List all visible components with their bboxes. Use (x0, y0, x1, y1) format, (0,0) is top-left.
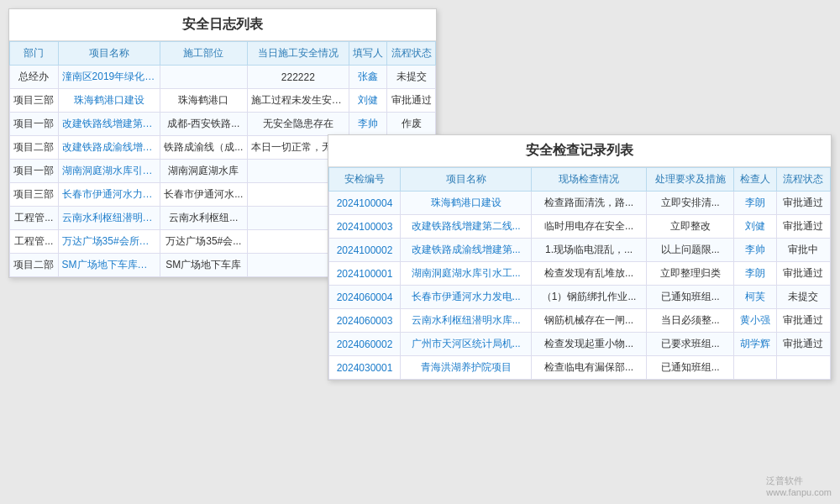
table-cell[interactable]: 2024100004 (329, 192, 401, 215)
table-cell: 作废 (387, 113, 436, 136)
table-cell: 已通知班组... (646, 286, 733, 309)
table-row: 2024100003改建铁路线增建第二线...临时用电存在安全...立即整改刘健… (329, 215, 831, 239)
col-situation: 当日施工安全情况 (247, 42, 349, 66)
table-cell: 项目三部 (10, 183, 59, 207)
table-row: 2024030001青海洪湖养护院项目检查临电有漏保部...已通知班组... (329, 356, 831, 380)
table-cell: 立即安排清... (646, 192, 733, 215)
col-status: 流程状态 (776, 168, 830, 192)
table-cell[interactable]: 2024060004 (329, 286, 401, 309)
table-cell: 已通知班组... (646, 356, 733, 380)
table-cell[interactable]: 李帅 (734, 239, 777, 262)
table-row: 2024060003云南水利枢纽潜明水库...钢筋机械存在一闸...当日必须整.… (329, 309, 831, 333)
table-cell[interactable]: 刘健 (349, 89, 386, 113)
table-cell: 钢筋机械存在一闸... (532, 309, 647, 333)
table-cell: 珠海鹤港口 (160, 89, 247, 113)
table-cell (776, 356, 830, 380)
table-cell: 审批通过 (776, 215, 830, 239)
table-cell: 检查发现起重小物... (532, 333, 647, 356)
table-cell[interactable]: 李朗 (734, 262, 777, 286)
table-cell[interactable]: 云南水利枢纽潜明水库... (401, 309, 532, 333)
table-cell[interactable]: 万达广场35#会所及咖啡... (58, 230, 160, 254)
table-cell: 检查发现有乱堆放... (532, 262, 647, 286)
table-cell: 审批通过 (776, 309, 830, 333)
table-cell[interactable]: 2024100002 (329, 239, 401, 262)
table-cell[interactable]: 潼南区2019年绿化补贴项... (58, 66, 160, 89)
table-cell[interactable]: 2024030001 (329, 356, 401, 380)
table-cell[interactable]: 改建铁路线增建第二线... (401, 215, 532, 239)
table-cell: 工程管... (10, 230, 59, 254)
col-inspector: 检查人 (734, 168, 777, 192)
table-cell: 1.现场临电混乱，... (532, 239, 647, 262)
table-cell: 未提交 (387, 66, 436, 89)
table-cell[interactable]: 胡学辉 (734, 333, 777, 356)
table-cell[interactable]: 湖南洞庭湖水库引水工... (401, 262, 532, 286)
table-cell[interactable]: 张鑫 (349, 66, 386, 89)
table-cell[interactable]: 2024100001 (329, 262, 401, 286)
table-row: 2024060004长春市伊通河水力发电...（1）钢筋绑扎作业...已通知班组… (329, 286, 831, 309)
table-cell[interactable]: 改建铁路成渝线增建第... (401, 239, 532, 262)
safety-log-title: 安全日志列表 (9, 9, 436, 41)
table-cell[interactable]: 长春市伊通河水力发电厂... (58, 183, 160, 207)
table-cell[interactable]: 黄小强 (734, 309, 777, 333)
table-cell: 施工过程未发生安全事故... (247, 89, 349, 113)
table-cell: SM广场地下车库 (160, 254, 247, 277)
table-cell: 检查路面清洗，路... (532, 192, 647, 215)
table-row: 2024060002广州市天河区统计局机...检查发现起重小物...已要求班组.… (329, 333, 831, 356)
table-cell[interactable]: 湖南洞庭湖水库引水工程... (58, 160, 160, 183)
table-cell: 222222 (247, 66, 349, 89)
table-cell: 工程管... (10, 207, 59, 230)
col-author: 填写人 (349, 42, 386, 66)
table-cell[interactable]: 2024100003 (329, 215, 401, 239)
table-cell: 审批通过 (776, 192, 830, 215)
col-dept: 部门 (10, 42, 59, 66)
col-project: 项目名称 (58, 42, 160, 66)
table-cell[interactable]: 珠海鹤港口建设 (401, 192, 532, 215)
watermark-line2: www.fanpu.com (766, 487, 832, 497)
watermark-line1: 泛普软件 (766, 475, 832, 487)
table-row: 项目三部珠海鹤港口建设珠海鹤港口施工过程未发生安全事故...刘健审批通过 (10, 89, 436, 113)
col-id: 安检编号 (329, 168, 401, 192)
table-cell: 成都-西安铁路... (160, 113, 247, 136)
table-row: 2024100002改建铁路成渝线增建第...1.现场临电混乱，...以上问题限… (329, 239, 831, 262)
table-cell[interactable]: 柯芙 (734, 286, 777, 309)
table-cell: 项目二部 (10, 136, 59, 160)
main-container: 安全日志列表 部门 项目名称 施工部位 当日施工安全情况 填写人 流程状态 总经… (0, 0, 840, 504)
table-cell[interactable]: 青海洪湖养护院项目 (401, 356, 532, 380)
table-cell (734, 356, 777, 380)
table-cell[interactable]: 改建铁路线增建第二线直... (58, 113, 160, 136)
table-cell[interactable]: 刘健 (734, 215, 777, 239)
safety-check-title: 安全检查记录列表 (328, 135, 831, 167)
table-cell: 当日必须整... (646, 309, 733, 333)
table-cell: 审批中 (776, 239, 830, 262)
table-cell[interactable]: 珠海鹤港口建设 (58, 89, 160, 113)
table-cell[interactable]: SM广场地下车库更换摄... (58, 254, 160, 277)
col-status: 流程状态 (387, 42, 436, 66)
table-row: 2024100001湖南洞庭湖水库引水工...检查发现有乱堆放...立即整理归类… (329, 262, 831, 286)
table-cell: 未提交 (776, 286, 830, 309)
table-cell[interactable]: 云南水利枢纽潜明水库一... (58, 207, 160, 230)
table-cell: 审批通过 (387, 89, 436, 113)
table-cell: 总经办 (10, 66, 59, 89)
table-cell[interactable]: 长春市伊通河水力发电... (401, 286, 532, 309)
safety-check-table-wrapper: 安全检查记录列表 安检编号 项目名称 现场检查情况 处理要求及措施 检查人 流程… (328, 134, 832, 381)
table-row: 2024100004珠海鹤港口建设检查路面清洗，路...立即安排清...李朗审批… (329, 192, 831, 215)
table-cell: 临时用电存在安全... (532, 215, 647, 239)
table-cell: 已要求班组... (646, 333, 733, 356)
col-location: 施工部位 (160, 42, 247, 66)
table-cell: 铁路成渝线（成... (160, 136, 247, 160)
table-cell: 审批通过 (776, 262, 830, 286)
table-cell: 无安全隐患存在 (247, 113, 349, 136)
safety-check-table: 安检编号 项目名称 现场检查情况 处理要求及措施 检查人 流程状态 202410… (328, 167, 831, 380)
watermark: 泛普软件 www.fanpu.com (766, 475, 832, 497)
table-cell[interactable]: 2024060003 (329, 309, 401, 333)
table-cell[interactable]: 李朗 (734, 192, 777, 215)
table-cell[interactable]: 改建铁路成渝线增建第二... (58, 136, 160, 160)
table-cell: 项目一部 (10, 160, 59, 183)
table-cell[interactable]: 广州市天河区统计局机... (401, 333, 532, 356)
table-cell[interactable]: 李帅 (349, 113, 386, 136)
table-cell: 审批通过 (776, 333, 830, 356)
table-cell: 项目二部 (10, 254, 59, 277)
table-cell[interactable]: 2024060002 (329, 333, 401, 356)
table-cell: 检查临电有漏保部... (532, 356, 647, 380)
col-situation: 现场检查情况 (532, 168, 647, 192)
